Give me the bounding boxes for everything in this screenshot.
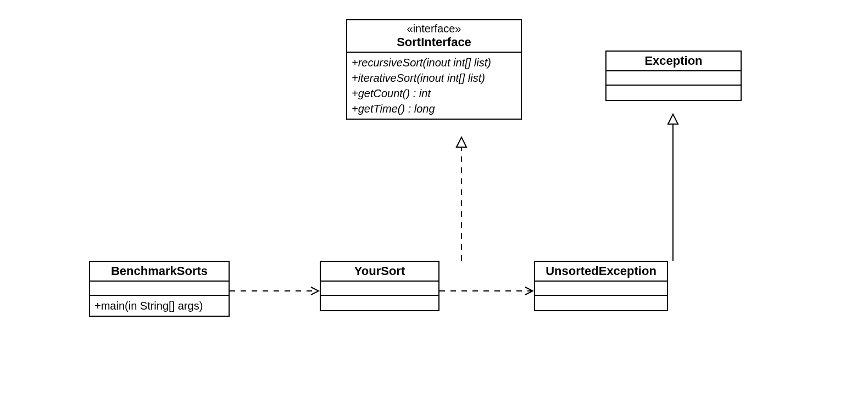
methods-compartment <box>535 296 667 310</box>
class-benchmarksorts: BenchmarkSorts +main(in String[] args) <box>89 261 230 317</box>
methods-compartment <box>321 296 438 310</box>
methods-compartment: +main(in String[] args) <box>90 296 229 316</box>
header-compartment: UnsortedException <box>535 262 667 282</box>
class-yoursort: YourSort <box>320 261 439 311</box>
methods-compartment <box>607 86 741 100</box>
attributes-compartment <box>535 282 667 296</box>
attributes-compartment <box>607 71 741 86</box>
class-name: SortInterface <box>352 35 516 49</box>
class-exception: Exception <box>605 51 742 101</box>
class-name: UnsortedException <box>539 264 663 278</box>
header-compartment: BenchmarkSorts <box>90 262 229 282</box>
class-name: Exception <box>611 54 736 68</box>
stereotype: «interface» <box>352 23 516 35</box>
method: +recursiveSort(inout int[] list) <box>352 55 516 70</box>
header-compartment: «interface» SortInterface <box>347 20 521 53</box>
attributes-compartment <box>90 282 229 296</box>
method: +getTime() : long <box>352 101 516 116</box>
methods-compartment: +recursiveSort(inout int[] list) +iterat… <box>347 53 521 119</box>
method: +getCount() : int <box>352 86 516 101</box>
class-unsortedexception: UnsortedException <box>534 261 668 311</box>
attributes-compartment <box>321 282 438 296</box>
class-sortinterface: «interface» SortInterface +recursiveSort… <box>346 19 522 120</box>
class-name: YourSort <box>325 264 434 278</box>
method: +main(in String[] args) <box>94 298 224 313</box>
header-compartment: Exception <box>607 52 741 71</box>
header-compartment: YourSort <box>321 262 438 282</box>
class-name: BenchmarkSorts <box>94 264 224 278</box>
method: +iterativeSort(inout int[] list) <box>352 70 516 86</box>
